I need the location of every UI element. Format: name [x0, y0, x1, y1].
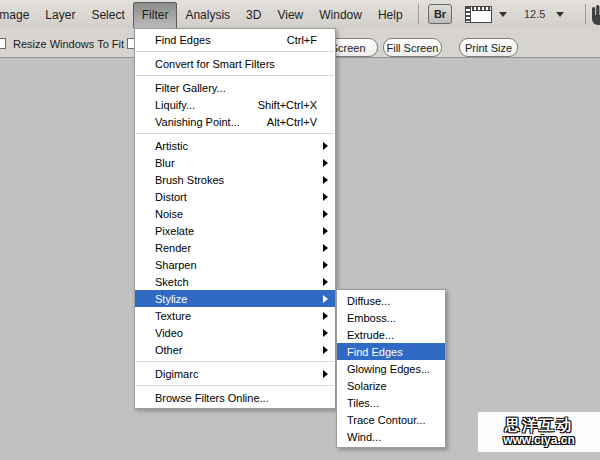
menu-item-noise[interactable]: Noise — [135, 205, 335, 222]
hand-tool-icon[interactable] — [589, 3, 600, 26]
menu-item-label: Glowing Edges... — [347, 363, 430, 375]
submenu-item-find-edges[interactable]: Find Edges — [337, 343, 445, 360]
menu-item-label: Liquify... — [155, 99, 195, 111]
menu-item-label: Artistic — [155, 140, 188, 152]
fill-screen-button[interactable]: Fill Screen — [383, 38, 442, 57]
film-strip-top — [472, 7, 491, 11]
menu-item-find-edges-repeat[interactable]: Find Edges Ctrl+F — [135, 31, 335, 48]
submenu-arrow-icon — [323, 261, 328, 269]
menu-item-render[interactable]: Render — [135, 239, 335, 256]
menu-item-label: Pixelate — [155, 225, 194, 237]
menu-item-shortcut: Alt+Ctrl+V — [267, 116, 317, 128]
menubar-item-layer[interactable]: Layer — [37, 0, 83, 29]
menu-item-label: Stylize — [155, 293, 187, 305]
menu-item-convert-smart-filters[interactable]: Convert for Smart Filters — [135, 55, 335, 72]
submenu-item-solarize[interactable]: Solarize — [337, 377, 445, 394]
submenu-arrow-icon — [323, 142, 328, 150]
resize-windows-checkbox[interactable] — [0, 38, 6, 49]
film-strip-edge — [466, 7, 471, 22]
menu-item-label: Noise — [155, 208, 183, 220]
menu-item-label: Extrude... — [347, 329, 394, 341]
menubar-item-analysis[interactable]: Analysis — [177, 0, 238, 29]
menu-item-label: Find Edges — [347, 346, 403, 358]
menu-item-filter-gallery[interactable]: Filter Gallery... — [135, 79, 335, 96]
menu-item-browse-filters-online[interactable]: Browse Filters Online... — [135, 389, 335, 406]
submenu-arrow-icon — [323, 346, 328, 354]
menu-separator — [136, 133, 334, 134]
menu-item-label: Diffuse... — [347, 295, 390, 307]
menu-item-artistic[interactable]: Artistic — [135, 137, 335, 154]
submenu-arrow-icon — [323, 370, 328, 378]
filter-menu: Find Edges Ctrl+F Convert for Smart Filt… — [134, 28, 336, 409]
menubar-item-image[interactable]: Image — [0, 0, 37, 29]
menu-item-distort[interactable]: Distort — [135, 188, 335, 205]
menu-item-brush-strokes[interactable]: Brush Strokes — [135, 171, 335, 188]
watermark: 思洋互动 www.ciya.cn — [478, 412, 600, 452]
menu-item-shortcut: Ctrl+F — [287, 34, 317, 46]
menubar-item-window[interactable]: Window — [311, 0, 370, 29]
watermark-text: 思洋互动 — [505, 417, 573, 434]
view-extras-icon[interactable] — [465, 6, 492, 23]
menu-item-label: Trace Contour... — [347, 414, 425, 426]
launch-bridge-button[interactable]: Br — [428, 4, 452, 24]
submenu-item-emboss[interactable]: Emboss... — [337, 309, 445, 326]
menu-item-label: Sketch — [155, 276, 189, 288]
menubar-item-help[interactable]: Help — [370, 0, 411, 29]
submenu-arrow-icon — [323, 159, 328, 167]
menubar-item-view[interactable]: View — [269, 0, 311, 29]
menubar-item-select[interactable]: Select — [83, 0, 132, 29]
stylize-submenu: Diffuse... Emboss... Extrude... Find Edg… — [336, 289, 446, 448]
menubar-item-3d[interactable]: 3D — [238, 0, 269, 29]
resize-windows-label: Resize Windows To Fit — [13, 38, 124, 50]
menu-item-blur[interactable]: Blur — [135, 154, 335, 171]
zoom-dropdown-caret-icon[interactable] — [556, 12, 564, 17]
menu-separator — [136, 51, 334, 52]
menu-separator — [136, 385, 334, 386]
menu-item-label: Video — [155, 327, 183, 339]
menu-item-other[interactable]: Other — [135, 341, 335, 358]
menu-item-label: Render — [155, 242, 191, 254]
menu-item-video[interactable]: Video — [135, 324, 335, 341]
menu-item-label: Brush Strokes — [155, 174, 224, 186]
menu-item-label: Vanishing Point... — [155, 116, 240, 128]
menu-item-label: Other — [155, 344, 183, 356]
menu-separator — [136, 361, 334, 362]
submenu-item-extrude[interactable]: Extrude... — [337, 326, 445, 343]
menu-item-label: Tiles... — [347, 397, 379, 409]
menu-item-sharpen[interactable]: Sharpen — [135, 256, 335, 273]
submenu-arrow-icon — [323, 210, 328, 218]
submenu-arrow-icon — [323, 227, 328, 235]
menu-item-label: Emboss... — [347, 312, 396, 324]
menu-item-liquify[interactable]: Liquify... Shift+Ctrl+X — [135, 96, 335, 113]
menu-item-vanishing-point[interactable]: Vanishing Point... Alt+Ctrl+V — [135, 113, 335, 130]
menubar-item-filter[interactable]: Filter — [133, 2, 178, 29]
menu-item-shortcut: Shift+Ctrl+X — [258, 99, 317, 111]
watermark-url: www.ciya.cn — [503, 434, 575, 447]
menu-item-texture[interactable]: Texture — [135, 307, 335, 324]
submenu-arrow-icon — [323, 295, 328, 303]
submenu-item-diffuse[interactable]: Diffuse... — [337, 292, 445, 309]
menu-item-pixelate[interactable]: Pixelate — [135, 222, 335, 239]
menu-item-label: Sharpen — [155, 259, 197, 271]
menu-item-stylize[interactable]: Stylize — [135, 290, 335, 307]
menu-bar: Image Layer Select Filter Analysis 3D Vi… — [0, 0, 600, 29]
menu-item-label: Filter Gallery... — [155, 82, 226, 94]
menu-separator — [136, 75, 334, 76]
menu-item-digimarc[interactable]: Digimarc — [135, 365, 335, 382]
submenu-arrow-icon — [323, 244, 328, 252]
submenu-item-trace-contour[interactable]: Trace Contour... — [337, 411, 445, 428]
submenu-item-wind[interactable]: Wind... — [337, 428, 445, 445]
submenu-arrow-icon — [323, 176, 328, 184]
print-size-button[interactable]: Print Size — [459, 38, 518, 57]
menu-item-label: Convert for Smart Filters — [155, 58, 275, 70]
menu-item-label: Blur — [155, 157, 175, 169]
submenu-item-tiles[interactable]: Tiles... — [337, 394, 445, 411]
submenu-item-glowing-edges[interactable]: Glowing Edges... — [337, 360, 445, 377]
menu-item-sketch[interactable]: Sketch — [135, 273, 335, 290]
menu-item-label: Texture — [155, 310, 191, 322]
menu-item-label: Browse Filters Online... — [155, 392, 269, 404]
submenu-arrow-icon — [323, 193, 328, 201]
zoom-level-value[interactable]: 12.5 — [524, 8, 545, 20]
menu-item-label: Digimarc — [155, 368, 198, 380]
extras-dropdown-caret-icon[interactable] — [499, 12, 507, 17]
